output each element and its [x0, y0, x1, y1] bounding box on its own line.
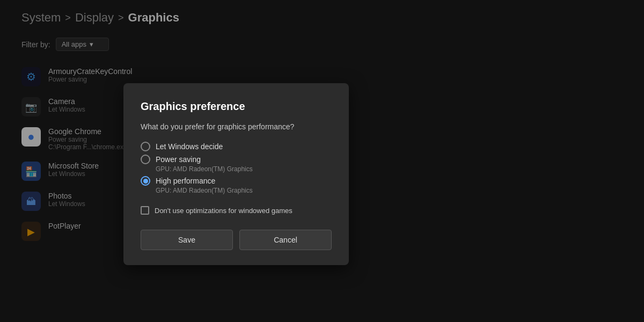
option-sub-power-saving: GPU: AMD Radeon(TM) Graphics	[156, 165, 332, 173]
radio-inner-high-performance	[143, 179, 148, 184]
cancel-button[interactable]: Cancel	[239, 230, 332, 250]
windowed-games-label: Don't use optimizations for windowed gam…	[155, 207, 292, 215]
windowed-games-checkbox-row[interactable]: Don't use optimizations for windowed gam…	[141, 206, 332, 215]
option-row-let-windows[interactable]: Let Windows decide	[141, 142, 332, 151]
radio-let-windows[interactable]	[141, 142, 150, 151]
option-row-high-performance[interactable]: High performance	[141, 176, 332, 186]
save-button[interactable]: Save	[141, 230, 233, 250]
option-row-power-saving[interactable]: Power saving	[141, 155, 332, 164]
option-label-high-performance: High performance	[156, 177, 215, 185]
dialog-buttons: Save Cancel	[141, 230, 332, 250]
graphics-preference-dialog: Graphics preference What do you prefer f…	[123, 83, 349, 265]
graphics-options-list: Let Windows decide Power saving GPU: AMD…	[141, 142, 332, 194]
option-item-let-windows: Let Windows decide	[141, 142, 332, 151]
option-item-power-saving: Power saving GPU: AMD Radeon(TM) Graphic…	[141, 155, 332, 173]
option-label-let-windows: Let Windows decide	[156, 142, 223, 151]
radio-high-performance[interactable]	[141, 176, 150, 186]
dialog-question: What do you prefer for graphics performa…	[141, 122, 332, 131]
windowed-games-checkbox[interactable]	[141, 206, 149, 215]
dialog-title: Graphics preference	[141, 100, 332, 113]
radio-power-saving[interactable]	[141, 155, 150, 164]
option-item-high-performance: High performance GPU: AMD Radeon(TM) Gra…	[141, 176, 332, 194]
option-sub-high-performance: GPU: AMD Radeon(TM) Graphics	[156, 187, 332, 194]
option-label-power-saving: Power saving	[156, 155, 201, 164]
